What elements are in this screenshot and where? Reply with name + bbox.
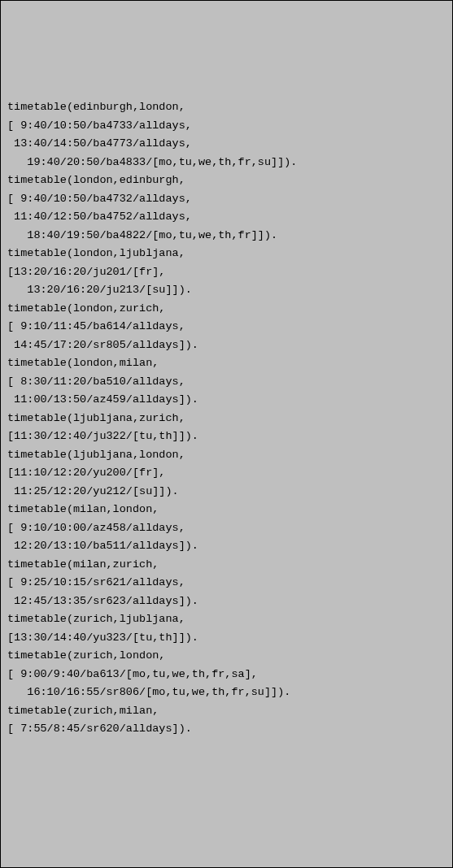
code-line: 16:10/16:55/sr806/[mo,tu,we,th,fr,su]]). bbox=[7, 684, 446, 702]
code-line: [11:30/12:40/ju322/[tu,th]]). bbox=[7, 427, 446, 446]
code-line: timetable(zurich,ljubljana, bbox=[7, 610, 446, 629]
code-line: 11:25/12:20/yu212/[su]]). bbox=[7, 483, 446, 501]
code-line: 12:20/13:10/ba511/alldays]). bbox=[7, 537, 446, 556]
code-line: timetable(milan,london, bbox=[7, 501, 446, 519]
code-line: [ 9:40/10:50/ba4732/alldays, bbox=[7, 190, 446, 209]
code-line: 18:40/19:50/ba4822/[mo,tu,we,th,fr]]). bbox=[7, 227, 446, 245]
code-line: [ 9:40/10:50/ba4733/alldays, bbox=[7, 117, 446, 136]
code-line: timetable(milan,zurich, bbox=[7, 556, 446, 575]
code-line: 13:40/14:50/ba4773/alldays, bbox=[7, 135, 446, 154]
code-line: 11:00/13:50/az459/alldays]). bbox=[7, 391, 446, 410]
code-line: timetable(london,milan, bbox=[7, 354, 446, 373]
code-line: 14:45/17:20/sr805/alldays]). bbox=[7, 336, 446, 355]
code-line: timetable(zurich,milan, bbox=[7, 702, 446, 721]
code-line: [13:20/16:20/ju201/[fr], bbox=[7, 263, 446, 282]
code-line: timetable(london,edinburgh, bbox=[7, 171, 446, 190]
code-line: [ 7:55/8:45/sr620/alldays]). bbox=[7, 720, 446, 739]
code-line: [11:10/12:20/yu200/[fr], bbox=[7, 464, 446, 483]
code-line: [ 9:10/10:00/az458/alldays, bbox=[7, 519, 446, 538]
code-line: [ 9:10/11:45/ba614/alldays, bbox=[7, 318, 446, 336]
code-line: [ 9:25/10:15/sr621/alldays, bbox=[7, 574, 446, 592]
code-line: 12:45/13:35/sr623/alldays]). bbox=[7, 592, 446, 611]
code-line: [13:30/14:40/yu323/[tu,th]]). bbox=[7, 629, 446, 648]
code-line: timetable(edinburgh,london, bbox=[7, 98, 446, 117]
code-line: timetable(zurich,london, bbox=[7, 647, 446, 666]
code-listing: timetable(edinburgh,london,[ 9:40/10:50/… bbox=[7, 98, 446, 739]
code-line: 11:40/12:50/ba4752/alldays, bbox=[7, 208, 446, 227]
code-line: timetable(ljubljana,zurich, bbox=[7, 410, 446, 428]
code-line: [ 8:30/11:20/ba510/alldays, bbox=[7, 373, 446, 392]
code-line: timetable(ljubljana,london, bbox=[7, 446, 446, 465]
code-line: timetable(london,ljubljana, bbox=[7, 245, 446, 263]
code-line: [ 9:00/9:40/ba613/[mo,tu,we,th,fr,sa], bbox=[7, 666, 446, 684]
code-line: 13:20/16:20/ju213/[su]]). bbox=[7, 281, 446, 300]
code-line: timetable(london,zurich, bbox=[7, 300, 446, 319]
code-line: 19:40/20:50/ba4833/[mo,tu,we,th,fr,su]])… bbox=[7, 154, 446, 172]
